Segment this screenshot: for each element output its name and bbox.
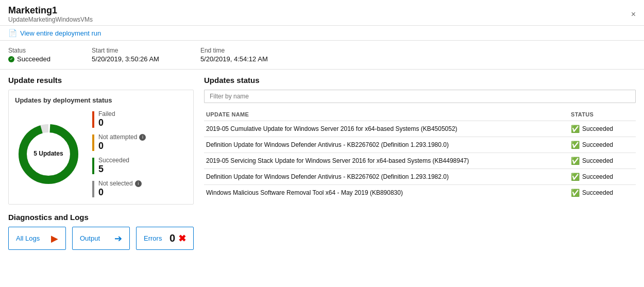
end-time-label: End time xyxy=(200,47,268,54)
start-time-value: 5/20/2019, 3:50:26 AM xyxy=(92,55,159,63)
legend-label-not-selected: Not selected i xyxy=(98,180,142,187)
legend-item-failed: Failed 0 xyxy=(92,110,146,128)
col-header-status: STATUS xyxy=(569,109,636,121)
legend-bar-succeeded xyxy=(92,158,94,174)
legend-count-not-attempted: 0 xyxy=(98,141,146,151)
updates-table: UPDATE NAME STATUS 2019-05 Cumulative Up… xyxy=(204,109,636,200)
all-logs-label: All Logs xyxy=(16,234,40,242)
title-bar: Marketing1 UpdateMarketingWindowsVMs × xyxy=(0,0,644,26)
status-value: Succeeded xyxy=(8,55,50,63)
updates-status-title: Updates status xyxy=(204,76,636,85)
legend-count-failed: 0 xyxy=(98,117,115,128)
update-status-cell: ✅ Succeeded xyxy=(569,169,636,185)
update-status-cell: ✅ Succeeded xyxy=(569,137,636,153)
diagnostics-title: Diagnostics and Logs xyxy=(8,213,194,222)
end-time-item: End time 5/20/2019, 4:54:12 AM xyxy=(200,47,268,63)
success-icon: ✅ xyxy=(571,189,580,197)
legend-count-succeeded: 5 xyxy=(98,164,129,175)
update-name-cell: Definition Update for Windows Defender A… xyxy=(204,137,569,153)
success-icon: ✅ xyxy=(571,141,580,149)
filter-input[interactable] xyxy=(204,90,636,103)
title-bar-left: Marketing1 UpdateMarketingWindowsVMs xyxy=(8,5,93,23)
table-row: Definition Update for Windows Defender A… xyxy=(204,169,636,185)
table-row: Definition Update for Windows Defender A… xyxy=(204,137,636,153)
legend-bar-failed xyxy=(92,111,94,128)
window-title: Marketing1 xyxy=(8,5,93,16)
legend-label-succeeded: Succeeded xyxy=(98,157,129,164)
status-dot-icon xyxy=(8,56,14,62)
table-row: 2019-05 Servicing Stack Update for Windo… xyxy=(204,153,636,169)
legend-label-failed: Failed xyxy=(98,110,115,117)
start-time-label: Start time xyxy=(92,47,159,54)
legend-bar-not-attempted xyxy=(92,134,94,151)
donut-chart: 5 Updates xyxy=(15,121,82,188)
status-text: Succeeded xyxy=(582,173,613,180)
donut-center-text: 5 Updates xyxy=(33,150,63,158)
chart-container: Updates by deployment status xyxy=(8,90,194,205)
all-logs-card[interactable]: All Logs ▶ xyxy=(8,227,66,250)
legend-bar-not-selected xyxy=(92,181,94,197)
main-content: Update results Updates by deployment sta… xyxy=(0,70,644,284)
right-panel: Updates status UPDATE NAME STATUS 2019-0… xyxy=(194,76,636,278)
chart-title: Updates by deployment status xyxy=(15,96,187,104)
document-icon: 📄 xyxy=(8,29,17,37)
status-item: Status Succeeded xyxy=(8,47,50,63)
update-status-cell: ✅ Succeeded xyxy=(569,121,636,137)
errors-label: Errors xyxy=(144,234,162,242)
status-bar: Status Succeeded Start time 5/20/2019, 3… xyxy=(0,41,644,70)
status-text: Succeeded xyxy=(582,189,613,196)
status-text: Succeeded xyxy=(582,141,613,148)
status-label: Status xyxy=(8,47,50,54)
update-name-cell: 2019-05 Cumulative Update for Windows Se… xyxy=(204,121,569,137)
diagnostics-section: Diagnostics and Logs All Logs ▶ Output ➔… xyxy=(8,213,194,250)
legend-item-not-selected: Not selected i 0 xyxy=(92,180,146,198)
donut-center-label: 5 Updates xyxy=(33,150,63,158)
info-icon-not-attempted[interactable]: i xyxy=(139,134,146,141)
view-link-bar: 📄 View entire deployment run xyxy=(0,26,644,41)
errors-count: 0 xyxy=(170,232,175,244)
window: Marketing1 UpdateMarketingWindowsVMs × 📄… xyxy=(0,0,644,284)
output-card[interactable]: Output ➔ xyxy=(72,227,130,250)
chart-legend: Failed 0 Not attempted i xyxy=(92,110,146,198)
legend-count-not-selected: 0 xyxy=(98,187,142,198)
table-row: Windows Malicious Software Removal Tool … xyxy=(204,185,636,201)
output-icon: ➔ xyxy=(114,233,122,244)
table-header-row: UPDATE NAME STATUS xyxy=(204,109,636,121)
close-button[interactable]: × xyxy=(631,10,636,19)
status-text: Succeeded xyxy=(582,157,613,164)
legend-label-not-attempted: Not attempted i xyxy=(98,133,146,141)
legend-item-not-attempted: Not attempted i 0 xyxy=(92,133,146,151)
table-row: 2019-05 Cumulative Update for Windows Se… xyxy=(204,121,636,137)
update-results-title: Update results xyxy=(8,76,194,85)
legend-item-succeeded: Succeeded 5 xyxy=(92,157,146,175)
update-name-cell: 2019-05 Servicing Stack Update for Windo… xyxy=(204,153,569,169)
errors-card[interactable]: Errors 0 ✖ xyxy=(136,227,194,250)
error-x-icon: ✖ xyxy=(178,233,186,244)
success-icon: ✅ xyxy=(571,157,580,165)
status-text: Succeeded xyxy=(17,55,50,63)
view-deployment-link[interactable]: View entire deployment run xyxy=(20,29,101,37)
update-status-cell: ✅ Succeeded xyxy=(569,185,636,201)
start-time-item: Start time 5/20/2019, 3:50:26 AM xyxy=(92,47,159,63)
update-status-cell: ✅ Succeeded xyxy=(569,153,636,169)
chart-inner: 5 Updates Failed 0 xyxy=(15,110,187,198)
status-text: Succeeded xyxy=(582,125,613,132)
update-name-cell: Windows Malicious Software Removal Tool … xyxy=(204,185,569,201)
success-icon: ✅ xyxy=(571,173,580,181)
col-header-name: UPDATE NAME xyxy=(204,109,569,121)
all-logs-icon: ▶ xyxy=(51,233,58,244)
left-panel: Update results Updates by deployment sta… xyxy=(8,76,194,278)
update-name-cell: Definition Update for Windows Defender A… xyxy=(204,169,569,185)
diagnostics-cards: All Logs ▶ Output ➔ Errors 0 ✖ xyxy=(8,227,194,250)
end-time-value: 5/20/2019, 4:54:12 AM xyxy=(200,55,268,63)
success-icon: ✅ xyxy=(571,125,580,133)
output-label: Output xyxy=(80,234,100,242)
errors-content: 0 ✖ xyxy=(170,232,186,244)
info-icon-not-selected[interactable]: i xyxy=(135,180,142,187)
window-subtitle: UpdateMarketingWindowsVMs xyxy=(8,16,93,23)
